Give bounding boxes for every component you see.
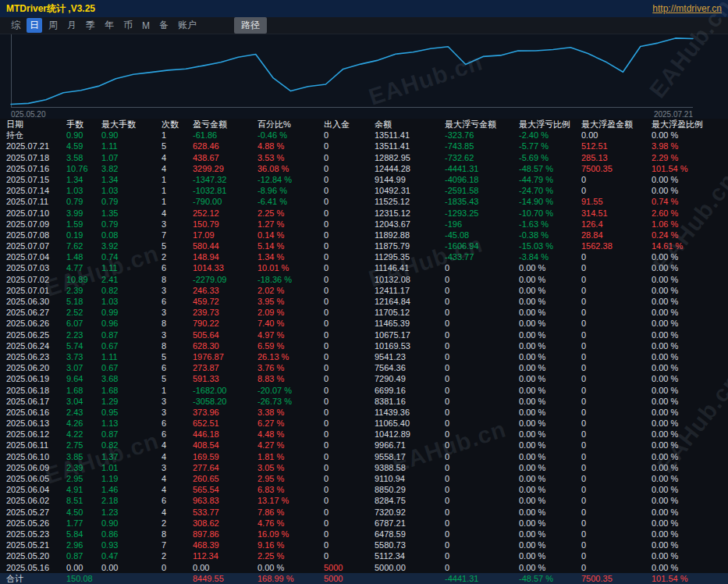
table-row[interactable]: 2025.06.203.070.676273.873.76 %07564.360…: [0, 362, 728, 373]
table-row[interactable]: 2025.07.141.031.031-1032.81-8.96 %010492…: [0, 185, 728, 196]
table-row[interactable]: 2025.06.233.731.1151976.8726.13 %09541.2…: [0, 351, 728, 362]
table-row[interactable]: 2025.06.134.261.136652.516.27 %011065.40…: [0, 418, 728, 429]
cell: 0.82: [101, 440, 162, 450]
table-row[interactable]: 2025.07.041.480.742148.941.34 %011295.35…: [0, 251, 728, 262]
table-row[interactable]: 2025.06.266.070.968790.227.40 %011465.39…: [0, 318, 728, 329]
table-row[interactable]: 2025.07.077.623.925580.445.14 %011875.79…: [0, 240, 728, 251]
table-row[interactable]: 2025.07.110.790.791-790.00-6.41 %011525.…: [0, 196, 728, 207]
menu-tab-1[interactable]: 日: [27, 18, 42, 33]
table-row[interactable]: 2025.05.261.770.902308.624.76 %06787.210…: [0, 518, 728, 529]
table-row[interactable]: 2025.07.151.341.341-1347.32-12.84 %09144…: [0, 174, 728, 185]
table-row[interactable]: 2025.06.272.520.993239.732.09 %011705.12…: [0, 307, 728, 318]
table-row[interactable]: 2025.07.1610.763.8243299.2936.08 %012444…: [0, 163, 728, 174]
table-row[interactable]: 2025.06.162.430.953373.963.38 %011439.36…: [0, 407, 728, 418]
table-row[interactable]: 2025.06.092.391.013277.643.05 %09388.580…: [0, 462, 728, 473]
table-row[interactable]: 2025.06.181.681.681-1682.00-20.07 %06699…: [0, 385, 728, 396]
table-row[interactable]: 2025.07.091.590.793150.791.27 %012043.67…: [0, 219, 728, 230]
table-row[interactable]: 2025.07.080.190.08717.090.14 %011892.88-…: [0, 230, 728, 240]
table-row[interactable]: 2025.06.199.643.685591.338.83 %07290.490…: [0, 373, 728, 384]
cell: 4.59: [66, 141, 101, 151]
table-row[interactable]: 2025.06.028.512.186963.8313.17 %08284.75…: [0, 495, 728, 506]
cell: 2: [162, 251, 193, 262]
cell: 0.00 %: [519, 340, 581, 351]
cell: 2025.06.10: [6, 451, 66, 462]
cell: 3: [162, 407, 193, 418]
cell: 0.00 %: [652, 418, 728, 429]
cell: 0.74: [101, 251, 162, 262]
cell: 2025.07.03: [6, 262, 66, 273]
cell: 1: [162, 174, 193, 185]
cell: 0: [445, 318, 519, 329]
cell: 2.52: [66, 307, 101, 318]
menu-tab-8[interactable]: 备: [156, 18, 172, 33]
cell: 0.00 %: [652, 407, 728, 418]
cell: -1293.25: [445, 208, 519, 219]
table-row[interactable]: 2025.06.124.220.876446.184.48 %010412.89…: [0, 429, 728, 440]
table-row[interactable]: 2025.07.183.581.074438.673.53 %012882.95…: [0, 152, 728, 163]
cell: 0: [324, 418, 375, 429]
cell: 0: [581, 262, 652, 273]
table-row[interactable]: 2025.05.160.000.0000.000.00 %50005000.00…: [0, 562, 728, 573]
cell: 1.46: [101, 484, 162, 495]
table-row[interactable]: 2025.06.173.041.293-3058.20-26.73 %08381…: [0, 396, 728, 407]
cell: 2.25 %: [257, 550, 324, 561]
cell: 8: [162, 318, 193, 329]
cell: 0: [581, 329, 652, 340]
cell: 13511.41: [375, 130, 445, 141]
cell: 0.00: [193, 562, 257, 573]
cell: 0.79: [66, 196, 101, 207]
table-row[interactable]: 2025.07.103.991.354252.122.25 %012315.12…: [0, 208, 728, 219]
cell: 13511.41: [375, 141, 445, 151]
menu-tab-0[interactable]: 综: [8, 18, 23, 33]
menu-tab-5[interactable]: 年: [101, 18, 117, 33]
cell: 2.09 %: [257, 307, 324, 318]
table-row[interactable]: 2025.07.012.390.823246.332.02 %012411.17…: [0, 285, 728, 296]
table-row[interactable]: 2025.06.112.750.824408.544.27 %09966.710…: [0, 440, 728, 450]
table-row[interactable]: 2025.05.274.501.234533.777.86 %07320.920…: [0, 507, 728, 518]
menu-tab-9[interactable]: 账户: [175, 18, 200, 33]
cell: 0: [445, 550, 519, 561]
menu-tab-6[interactable]: 币: [120, 18, 136, 33]
menu-tab-4[interactable]: 季: [83, 18, 98, 33]
cell: 0: [324, 296, 375, 307]
cell: -14.90 %: [519, 196, 581, 207]
cell: 0: [324, 152, 375, 163]
cell: 0: [445, 396, 519, 407]
cell: 150.08: [66, 573, 101, 584]
table-row[interactable]: 持仓0.900.901-61.86-0.46 %013511.41-323.76…: [0, 130, 728, 141]
cell: 0.00 %: [519, 550, 581, 561]
cell: 1.27 %: [257, 219, 324, 230]
table-row[interactable]: 2025.05.200.870.472112.342.25 %05112.340…: [0, 550, 728, 561]
cell: 0.00 %: [519, 285, 581, 296]
table-row[interactable]: 2025.06.245.740.678628.306.59 %010169.53…: [0, 340, 728, 351]
table-row[interactable]: 2025.06.103.851.374169.591.81 %09558.170…: [0, 451, 728, 462]
cell: 2.41: [101, 274, 162, 285]
site-link[interactable]: http://mtdriver.cn: [652, 3, 722, 14]
cell: 0.95: [101, 407, 162, 418]
cell: 3: [162, 396, 193, 407]
table-row[interactable]: 2025.07.214.591.115628.464.88 %013511.41…: [0, 141, 728, 151]
app-title: MTDriver统计 ,V3.25: [6, 2, 95, 16]
table-row[interactable]: 2025.06.052.951.194260.652.95 %09110.940…: [0, 473, 728, 484]
menu-tab-7[interactable]: M: [139, 20, 153, 32]
menu-tab-3[interactable]: 月: [64, 18, 80, 33]
cell: 3.68: [101, 373, 162, 384]
table-row[interactable]: 2025.05.212.960.937468.399.16 %05580.730…: [0, 539, 728, 550]
cell: -18.36 %: [257, 274, 324, 285]
table-row[interactable]: 2025.05.235.840.868897.8616.09 %06478.59…: [0, 529, 728, 539]
path-button[interactable]: 路径: [234, 17, 267, 34]
table-row[interactable]: 2025.06.044.911.464565.546.83 %08850.290…: [0, 484, 728, 495]
cell: 0.00: [101, 562, 162, 573]
table-row[interactable]: 2025.06.252.230.873505.644.97 %010675.17…: [0, 329, 728, 340]
table-row[interactable]: 2025.07.0210.892.418-2279.09-18.36 %0101…: [0, 274, 728, 285]
table-row[interactable]: 2025.06.305.181.036459.723.95 %012164.84…: [0, 296, 728, 307]
menu-tab-2[interactable]: 周: [45, 18, 61, 33]
cell: 0.79: [101, 196, 162, 207]
cell: 0: [445, 262, 519, 273]
table-row[interactable]: 2025.07.034.771.1161014.3310.01 %011146.…: [0, 262, 728, 273]
cell: 0.00 %: [519, 362, 581, 373]
cell: 314.51: [581, 208, 652, 219]
cell: 0.00 %: [519, 307, 581, 318]
cell: 0.00 %: [652, 307, 728, 318]
cell: 897.86: [193, 529, 257, 539]
